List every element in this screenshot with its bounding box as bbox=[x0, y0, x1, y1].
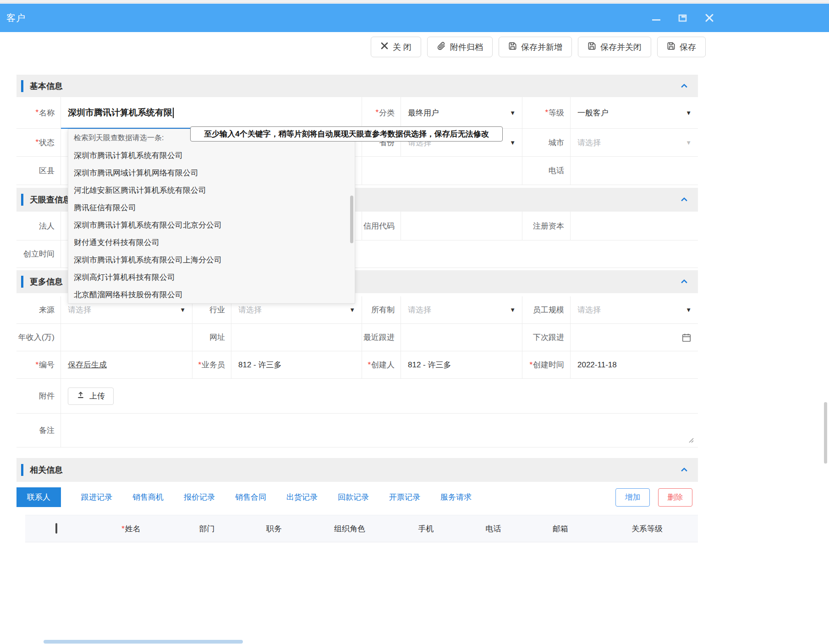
suggest-item[interactable]: 深圳市腾讯计算机系统有限公司上海分公司 bbox=[68, 251, 355, 268]
collapse-chevron-icon[interactable] bbox=[680, 277, 689, 286]
collapse-chevron-icon[interactable] bbox=[680, 195, 689, 204]
tab-sales-opportunities[interactable]: 销售商机 bbox=[132, 492, 164, 502]
registered-capital-input[interactable] bbox=[571, 212, 698, 240]
source-label: 来源 bbox=[16, 296, 61, 323]
window-controls bbox=[651, 4, 714, 32]
maximize-icon[interactable] bbox=[678, 13, 688, 23]
required-mark: * bbox=[198, 360, 201, 370]
empty-cell bbox=[362, 157, 522, 185]
salesman-label: *业务员 bbox=[192, 351, 231, 378]
suggest-item[interactable]: 深圳市腾讯网域计算机网络有限公司 bbox=[68, 164, 355, 181]
dropdown-arrow-icon: ▼ bbox=[686, 109, 692, 116]
required-mark: * bbox=[35, 138, 38, 147]
suggest-item[interactable]: 深圳高灯计算机科技有限公司 bbox=[68, 268, 355, 286]
suggest-item[interactable]: 河北雄安新区腾讯计算机系统有限公司 bbox=[68, 181, 355, 199]
name-input[interactable]: 深圳市腾讯计算机系统有限 bbox=[61, 97, 362, 128]
close-button[interactable]: 关 闭 bbox=[371, 37, 421, 57]
dropdown-scrollbar[interactable] bbox=[350, 196, 353, 243]
calendar-icon[interactable] bbox=[681, 333, 692, 343]
suggest-item[interactable]: 深圳市腾讯计算机系统有限公司北京分公司 bbox=[68, 216, 355, 234]
required-mark: * bbox=[35, 360, 38, 370]
next-follow-date-input[interactable] bbox=[571, 324, 698, 351]
paperclip-icon bbox=[437, 41, 446, 53]
category-select[interactable]: 最终用户▼ bbox=[401, 97, 522, 128]
suggest-item[interactable]: 北京醋溜网络科技股份有限公司 bbox=[68, 286, 355, 303]
registered-capital-label: 注册资本 bbox=[522, 212, 571, 240]
col-relation-level: 关系等级 bbox=[596, 524, 698, 534]
col-email: 邮箱 bbox=[525, 524, 596, 534]
close-icon[interactable] bbox=[704, 13, 714, 23]
section-related-info: 相关信息 bbox=[16, 458, 698, 482]
attachment-cell: 上传 bbox=[61, 379, 698, 413]
district-label: 区县 bbox=[16, 157, 61, 185]
create-time-label: *创建时间 bbox=[522, 351, 571, 378]
required-mark: * bbox=[545, 108, 548, 117]
col-department: 部门 bbox=[175, 524, 239, 534]
archive-attachment-button[interactable]: 附件归档 bbox=[427, 37, 493, 57]
section-accent-bar bbox=[21, 276, 23, 288]
dropdown-arrow-icon: ▼ bbox=[686, 306, 692, 313]
dropdown-arrow-icon: ▼ bbox=[180, 306, 186, 313]
vertical-scrollbar[interactable] bbox=[824, 402, 827, 464]
tab-payment-records[interactable]: 回款记录 bbox=[338, 492, 369, 502]
next-follow-label: 下次跟进 bbox=[522, 324, 571, 351]
save-button[interactable]: 保存 bbox=[657, 37, 706, 57]
close-x-icon bbox=[380, 42, 389, 52]
dropdown-arrow-icon: ▼ bbox=[349, 306, 355, 313]
city-select[interactable]: 请选择▼ bbox=[571, 129, 698, 156]
save-and-close-label: 保存并关闭 bbox=[600, 42, 642, 53]
tab-follow-records[interactable]: 跟进记录 bbox=[81, 492, 112, 502]
collapse-chevron-icon[interactable] bbox=[680, 82, 689, 91]
minimize-icon[interactable] bbox=[651, 13, 661, 23]
resize-handle-icon[interactable] bbox=[687, 436, 694, 443]
credit-code-label: 信用代码 bbox=[362, 212, 401, 240]
tab-quotation-records[interactable]: 报价记录 bbox=[184, 492, 215, 502]
tab-actions: 增加 删除 bbox=[615, 488, 692, 507]
tab-invoice-records[interactable]: 开票记录 bbox=[389, 492, 420, 502]
suggest-item[interactable]: 深圳市腾讯计算机系统有限公司 bbox=[68, 147, 355, 164]
staff-size-label: 员工规模 bbox=[522, 296, 571, 323]
ownership-label: 所有制 bbox=[362, 296, 401, 323]
section-accent-bar bbox=[21, 80, 23, 92]
section-tianyancha-title: 天眼查信息 bbox=[30, 194, 71, 205]
toolbar: 关 闭 附件归档 保存并新增 保存并关闭 保存 bbox=[398, 37, 706, 57]
horizontal-scrollbar[interactable] bbox=[44, 640, 243, 644]
level-select[interactable]: 一般客户▼ bbox=[571, 97, 698, 128]
window-titlebar: 客户 bbox=[0, 4, 829, 32]
col-org-role: 组织角色 bbox=[309, 524, 390, 534]
select-all-checkbox[interactable] bbox=[55, 523, 57, 534]
website-input[interactable] bbox=[231, 324, 362, 351]
collapse-chevron-icon[interactable] bbox=[680, 465, 689, 475]
create-time-value: 2022-11-18 bbox=[571, 351, 698, 378]
suggest-item[interactable]: 腾讯征信有限公司 bbox=[68, 199, 355, 216]
annual-income-input[interactable] bbox=[61, 324, 192, 351]
text-caret bbox=[173, 108, 174, 118]
keyword-hint-tooltip: 至少输入4个关键字，稍等片刻将自动展现天眼查参考数据供选择，保存后无法修改 bbox=[190, 126, 503, 142]
save-and-close-button[interactable]: 保存并关闭 bbox=[578, 37, 651, 57]
suggest-item[interactable]: 财付通支付科技有限公司 bbox=[68, 234, 355, 251]
phone-input[interactable] bbox=[571, 157, 698, 185]
ownership-select[interactable]: 请选择▼ bbox=[401, 296, 522, 323]
credit-code-input[interactable] bbox=[401, 212, 522, 240]
col-position: 职务 bbox=[239, 524, 309, 534]
level-label: *等级 bbox=[522, 97, 571, 128]
phone-label: 电话 bbox=[522, 157, 571, 185]
remark-textarea[interactable] bbox=[61, 414, 698, 447]
delete-button[interactable]: 删除 bbox=[658, 488, 692, 507]
required-mark: * bbox=[529, 360, 533, 370]
upload-button[interactable]: 上传 bbox=[68, 387, 114, 405]
save-and-new-button[interactable]: 保存并新增 bbox=[499, 37, 572, 57]
col-phone: 电话 bbox=[462, 524, 525, 534]
staff-size-select[interactable]: 请选择▼ bbox=[571, 296, 698, 323]
last-follow-input[interactable] bbox=[401, 324, 522, 351]
section-accent-bar bbox=[21, 194, 23, 206]
tab-shipment-records[interactable]: 出货记录 bbox=[286, 492, 318, 502]
save-icon bbox=[508, 42, 517, 53]
dropdown-arrow-icon: ▼ bbox=[510, 139, 516, 146]
tab-contacts[interactable]: 联系人 bbox=[16, 487, 61, 507]
tab-service-requests[interactable]: 服务请求 bbox=[440, 492, 472, 502]
window-top-strip bbox=[0, 0, 829, 3]
tab-sales-contracts[interactable]: 销售合同 bbox=[235, 492, 266, 502]
salesman-value[interactable]: 812 - 许三多 bbox=[231, 351, 362, 378]
add-button[interactable]: 增加 bbox=[615, 488, 650, 507]
